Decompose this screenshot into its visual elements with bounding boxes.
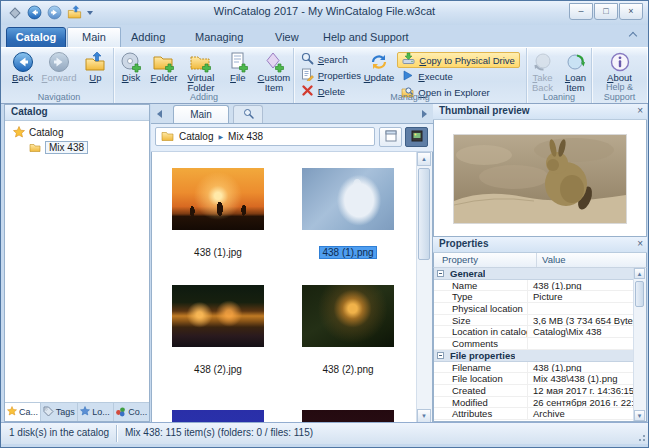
breadcrumb-bar: Catalog ▶ Mix 438 [151, 124, 433, 152]
tab-adding[interactable]: Adding [121, 27, 175, 47]
file-label-selected[interactable]: 438 (1).png [319, 246, 376, 259]
scroll-up-icon[interactable]: ▲ [634, 268, 645, 279]
property-row[interactable]: Filename438 (1).png [434, 362, 634, 374]
add-custom-item-button[interactable]: Custom Item [255, 49, 293, 94]
virtual-folder-icon [190, 51, 212, 73]
properties-table: General Name438 (1).png TypePicture Phys… [433, 268, 647, 422]
file-item[interactable]: 438 (2).jpg [172, 285, 264, 377]
property-row[interactable]: Physical location [434, 303, 634, 315]
tree-item-catalog[interactable]: Catalog [5, 125, 149, 140]
ribbon-tab-row: Catalog Main Adding Managing View Help a… [1, 25, 648, 47]
tab-scroll-left-icon[interactable] [157, 110, 162, 118]
ribbon-group-managing: Search Properties Delete Update Copy to … [294, 48, 527, 103]
thumbnail-image[interactable] [172, 285, 264, 347]
back-button[interactable]: Back [7, 49, 39, 83]
update-button[interactable]: Update [362, 49, 397, 83]
file-label[interactable]: 438 (2).png [320, 364, 375, 375]
resize-grip[interactable] [636, 432, 646, 442]
sidebar-tab-tags[interactable]: Tags [41, 403, 77, 421]
file-label[interactable]: 438 (1).jpg [192, 247, 244, 258]
tree-item-mix-438[interactable]: Mix 438 [5, 140, 149, 155]
add-disk-button[interactable]: Disk [115, 49, 147, 83]
file-label[interactable]: 438 (2).jpg [192, 364, 244, 375]
loan-item-button[interactable]: Loan Item [560, 49, 592, 94]
disk-icon [120, 51, 142, 73]
scroll-down-icon[interactable]: ▼ [634, 410, 645, 421]
doc-tab-main[interactable]: Main [173, 105, 229, 123]
property-row[interactable]: Created12 мая 2017 г. 14:36:15 [434, 385, 634, 397]
scroll-up-icon[interactable]: ▲ [417, 152, 431, 166]
property-row[interactable]: Name438 (1).png [434, 280, 634, 292]
properties-scrollbar[interactable]: ▲ ▼ [633, 268, 646, 421]
file-item[interactable]: 438 (1).jpg [172, 168, 264, 260]
maximize-button[interactable]: □ [594, 3, 618, 20]
blue-star-icon [80, 406, 90, 418]
add-virtual-folder-button[interactable]: Virtual Folder [181, 49, 221, 94]
group-label-managing: Managing [294, 92, 526, 102]
tab-catalog[interactable]: Catalog [6, 27, 66, 49]
property-row[interactable]: Location in catalogCatalog\Mix 438 [434, 326, 634, 338]
tab-view[interactable]: View [265, 27, 309, 47]
thumbnail-image[interactable] [172, 168, 264, 230]
close-button[interactable]: × [619, 3, 643, 20]
file-item-selected[interactable]: 438 (1).png [302, 168, 394, 260]
doc-tab-search[interactable] [233, 105, 263, 123]
tab-main[interactable]: Main [67, 27, 121, 48]
thumbnail-image[interactable] [302, 285, 394, 347]
status-separator [116, 425, 118, 442]
close-icon[interactable]: × [637, 238, 643, 249]
catalog-tree: Catalog Mix 438 [5, 121, 149, 402]
details-view-button[interactable] [379, 127, 402, 147]
title-bar: WinCatalog 2017 - My WinCatalog File.w3c… [1, 1, 648, 25]
details-view-icon [385, 128, 397, 146]
property-row[interactable]: TypePicture [434, 291, 634, 303]
tag-icon [43, 406, 54, 419]
property-group-row[interactable]: File properties [434, 350, 634, 362]
breadcrumb[interactable]: Catalog ▶ Mix 438 [155, 127, 375, 146]
property-row[interactable]: Size3,6 MB (3 734 654 Bytes) [434, 315, 634, 327]
property-row[interactable]: Modified26 сентября 2016 г. 22:01... [434, 397, 634, 409]
close-icon[interactable]: × [637, 105, 643, 116]
tab-scroll-right-icon[interactable] [422, 110, 427, 118]
scrollbar-thumb[interactable] [418, 168, 430, 260]
property-group-row[interactable]: General [434, 268, 634, 280]
column-property[interactable]: Property [434, 253, 537, 267]
collapse-ribbon-icon[interactable] [630, 33, 638, 41]
window-controls: – □ × [569, 3, 643, 20]
forward-button[interactable]: Forward [40, 49, 79, 83]
property-row[interactable]: File locationMix 438\438 (1).png [434, 373, 634, 385]
add-file-button[interactable]: File [222, 49, 254, 83]
tab-help-and-support[interactable]: Help and Support [313, 27, 419, 47]
group-label-help: Help & Support [592, 82, 647, 102]
property-row[interactable]: AttributesArchive [434, 408, 634, 420]
property-row[interactable]: Comments [434, 338, 634, 350]
file-item[interactable]: 438 (2).png [302, 285, 394, 377]
thumbnail-image[interactable] [302, 168, 394, 230]
breadcrumb-root[interactable]: Catalog [179, 131, 213, 142]
search-button[interactable]: Search [297, 52, 352, 67]
sidebar-tab-loans[interactable]: Lo... [78, 403, 114, 421]
up-button[interactable]: Up [79, 49, 111, 83]
ribbon-group-help: About Help & Support [592, 48, 647, 103]
collapse-minus-icon[interactable] [437, 352, 444, 359]
minimize-button[interactable]: – [569, 3, 593, 20]
execute-button[interactable]: Execute [397, 69, 456, 84]
sidebar-tab-catalog[interactable]: Ca... [5, 403, 41, 421]
scrollbar-thumb[interactable] [635, 281, 644, 307]
scroll-down-icon[interactable]: ▼ [417, 409, 431, 423]
thumbnails-view-button[interactable] [405, 127, 428, 147]
take-back-button[interactable]: Take Back [527, 49, 559, 94]
about-icon [609, 51, 631, 73]
group-label-adding: Adding [115, 92, 293, 102]
about-button[interactable]: About [604, 49, 636, 83]
vertical-scrollbar[interactable]: ▲ ▼ [416, 152, 432, 423]
collapse-minus-icon[interactable] [437, 270, 444, 277]
preview-image [453, 134, 627, 224]
copy-to-physical-drive-button[interactable]: Copy to Physical Drive [397, 52, 520, 68]
breadcrumb-current[interactable]: Mix 438 [228, 131, 263, 142]
tab-managing[interactable]: Managing [185, 27, 253, 47]
add-folder-button[interactable]: Folder [148, 49, 180, 83]
column-value[interactable]: Value [537, 253, 646, 267]
sidebar-tab-contacts[interactable]: Co... [114, 403, 149, 421]
properties-button[interactable]: Properties [297, 68, 365, 83]
